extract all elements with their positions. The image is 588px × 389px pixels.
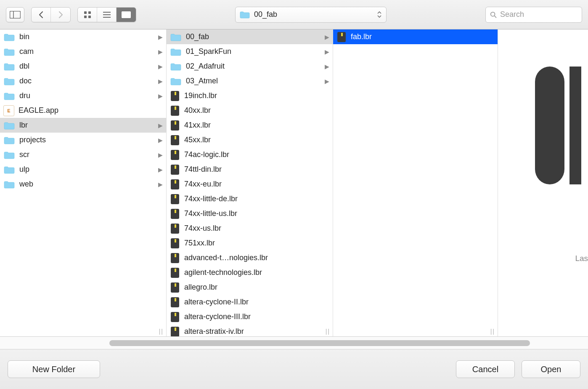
file-row[interactable]: 19inch.lbr (167, 88, 333, 103)
library-file-icon (170, 149, 180, 160)
toolbar: 00_fab (0, 0, 588, 29)
library-file-icon (170, 105, 180, 116)
library-file-icon (336, 32, 347, 43)
chevron-right-icon: ▶ (158, 48, 163, 55)
svg-line-13 (495, 16, 496, 17)
library-file-icon (170, 164, 180, 175)
file-name-label: fab.lbr (351, 32, 494, 41)
file-name-label: 74xx-little-us.lbr (184, 209, 329, 218)
meta-last-opened-label: Last opened (501, 252, 588, 265)
file-name-label: altera-cyclone-III.lbr (184, 312, 329, 321)
file-row[interactable]: projects▶ (0, 133, 166, 147)
file-row[interactable]: 02_Adafruit▶ (167, 59, 333, 74)
file-row[interactable]: 40xx.lbr (167, 103, 333, 118)
folder-icon (3, 150, 15, 160)
svg-rect-35 (175, 239, 176, 242)
file-row[interactable]: 74ttl-din.lbr (167, 162, 333, 177)
chevron-right-icon: ▶ (158, 152, 163, 158)
search-input[interactable] (500, 10, 577, 19)
chevron-left-icon (38, 11, 44, 19)
column-2[interactable]: 00_fab▶01_SparkFun▶02_Adafruit▶03_Atmel▶… (167, 29, 333, 336)
file-row[interactable]: altera-cyclone-II.lbr (167, 295, 333, 309)
column-1[interactable]: bin▶cam▶dbl▶doc▶dru▶EEAGLE.applbr▶projec… (0, 29, 167, 336)
column-resize-handle[interactable]: || (159, 328, 164, 335)
folder-icon (3, 91, 15, 101)
file-row[interactable]: lbr▶ (0, 118, 166, 133)
file-row[interactable]: 03_Atmel▶ (167, 74, 333, 88)
svg-rect-39 (175, 269, 176, 272)
back-button[interactable] (32, 8, 51, 22)
library-file-icon (170, 179, 180, 190)
file-row[interactable]: 74xx-eu.lbr (167, 177, 333, 192)
folder-icon (3, 32, 15, 42)
view-icons-button[interactable] (78, 8, 97, 22)
path-control[interactable]: 00_fab (235, 7, 387, 23)
svg-point-12 (491, 12, 495, 16)
file-row[interactable]: agilent-technologies.lbr (167, 265, 333, 280)
new-folder-button[interactable]: New Folder (8, 360, 100, 378)
scrollbar-thumb[interactable] (109, 340, 530, 346)
file-row[interactable]: scr▶ (0, 147, 166, 162)
meta-created-label: Created (501, 226, 588, 239)
column-3[interactable]: fab.lbr|| (333, 29, 498, 336)
file-row[interactable]: allegro.lbr (167, 280, 333, 295)
svg-rect-23 (175, 151, 176, 154)
chevron-right-icon: ▶ (158, 122, 163, 129)
svg-rect-33 (175, 224, 176, 228)
file-row[interactable]: 74xx-little-de.lbr (167, 192, 333, 206)
file-row[interactable]: cam▶ (0, 44, 166, 59)
file-row[interactable]: bin▶ (0, 29, 166, 44)
search-field[interactable] (485, 7, 582, 23)
svg-rect-50 (535, 67, 564, 184)
app-icon: E (3, 105, 14, 116)
updown-icon (377, 11, 382, 18)
file-row[interactable]: altera-cyclone-III.lbr (167, 309, 333, 324)
file-row[interactable]: ulp▶ (0, 162, 166, 177)
file-row[interactable]: EEAGLE.app (0, 103, 166, 118)
cancel-button[interactable]: Cancel (456, 360, 515, 378)
svg-rect-5 (88, 16, 91, 18)
svg-rect-0 (10, 11, 21, 18)
svg-rect-37 (175, 254, 176, 257)
svg-rect-45 (175, 313, 176, 316)
chevron-right-icon: ▶ (325, 63, 329, 70)
file-row[interactable]: web▶ (0, 177, 166, 192)
file-row[interactable]: 01_SparkFun▶ (167, 44, 333, 59)
file-row[interactable]: altera-stratix-iv.lbr (167, 324, 333, 336)
file-name-label: ulp (19, 165, 154, 174)
file-row[interactable]: fab.lbr (333, 29, 498, 44)
file-row[interactable]: 00_fab▶ (167, 29, 333, 44)
file-row[interactable]: 751xx.lbr (167, 236, 333, 250)
sidebar-toggle-button[interactable] (6, 7, 24, 22)
file-name-label: 40xx.lbr (184, 106, 329, 115)
file-row[interactable]: 41xx.lbr (167, 118, 333, 133)
library-file-icon (170, 267, 180, 278)
svg-rect-9 (122, 11, 130, 17)
svg-rect-31 (175, 210, 176, 213)
chevron-right-icon: ▶ (325, 78, 329, 85)
svg-rect-27 (175, 180, 176, 184)
file-name-label: allegro.lbr (184, 283, 329, 292)
file-row[interactable]: dbl▶ (0, 59, 166, 74)
file-name-label: doc (19, 77, 154, 85)
svg-rect-19 (175, 121, 176, 125)
view-list-button[interactable] (97, 8, 117, 22)
file-name-label: dru (19, 91, 154, 100)
column-resize-handle[interactable]: || (490, 328, 495, 335)
file-row[interactable]: doc▶ (0, 74, 166, 88)
svg-rect-51 (569, 67, 581, 184)
folder-icon (170, 47, 182, 56)
file-row[interactable]: 74xx-little-us.lbr (167, 206, 333, 221)
view-columns-button[interactable] (117, 8, 136, 22)
chevron-right-icon: ▶ (158, 181, 163, 188)
file-name-label: 03_Atmel (186, 77, 320, 85)
file-row[interactable]: advanced-t…nologies.lbr (167, 250, 333, 265)
file-row[interactable]: dru▶ (0, 88, 166, 103)
horizontal-scrollbar[interactable] (0, 337, 588, 349)
open-button[interactable]: Open (522, 360, 580, 378)
file-row[interactable]: 74ac-logic.lbr (167, 147, 333, 162)
library-file-icon (170, 282, 180, 293)
forward-button[interactable] (51, 8, 70, 22)
file-row[interactable]: 74xx-us.lbr (167, 221, 333, 236)
file-row[interactable]: 45xx.lbr (167, 133, 333, 147)
